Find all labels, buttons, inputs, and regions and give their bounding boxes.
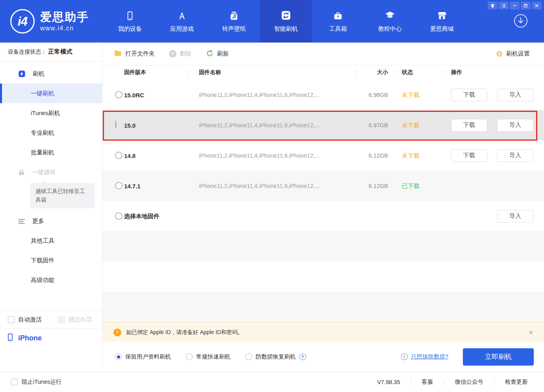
nav-label: 应用游戏: [170, 25, 194, 33]
flash-option-keep-user-data[interactable]: 保留用户资料刷机: [115, 353, 171, 360]
block-itunes-label: 阻止iTunes运行: [22, 378, 61, 386]
menu-icon: [501, 3, 506, 8]
info-icon: !: [401, 353, 408, 360]
checkbox-icon[interactable]: [8, 316, 15, 323]
sidebar-item-other-tools[interactable]: 其他工具: [0, 231, 102, 251]
menu-button[interactable]: [499, 2, 509, 9]
firmware-size: 6.98GB: [353, 92, 388, 98]
sidebar-item-download-firmware[interactable]: 下载固件: [0, 251, 102, 271]
checkbox-label: 跳过向导: [69, 316, 92, 323]
block-itunes-checkbox[interactable]: 阻止iTunes运行: [11, 378, 61, 386]
flash-option-normal-fast[interactable]: 常规快速刷机: [186, 353, 230, 360]
refresh-label: 刷新: [217, 50, 229, 58]
sidebar-item-label: 下载固件: [31, 257, 54, 264]
column-header-firmware-version: 固件版本: [124, 69, 146, 76]
sidebar-item-label: 专业刷机: [31, 129, 54, 137]
sidebar-item-itunes-flash[interactable]: iTunes刷机: [0, 103, 102, 123]
radio-icon[interactable]: [245, 353, 252, 360]
firmware-radio[interactable]: [115, 152, 123, 159]
app-version: V7.98.35: [366, 379, 410, 385]
download-button[interactable]: 下载: [451, 89, 487, 101]
table-row-empty-1: [102, 231, 544, 262]
main-nav: 我的设备应用游戏铃声壁纸智能刷机工具箱教程中心爱思商城: [104, 0, 468, 43]
close-button[interactable]: [532, 2, 542, 9]
radio-icon[interactable]: [186, 353, 193, 360]
nav-toolbox[interactable]: 工具箱: [316, 0, 360, 43]
table-row-14-8[interactable]: 14.8iPhone11,2,iPhone11,4,iPhone11,6,iPh…: [102, 140, 544, 171]
checkbox-icon[interactable]: [11, 379, 18, 385]
table-row-14-7-1[interactable]: 14.7.1iPhone11,2,iPhone11,4,iPhone11,6,i…: [102, 171, 544, 201]
toolbox-icon: [333, 11, 343, 21]
maximize-icon: [523, 3, 528, 8]
import-button[interactable]: 导入: [497, 119, 533, 132]
firmware-name: iPhone11,2,iPhone11,4,iPhone11,6,iPhone1…: [199, 152, 319, 159]
table-row-15-0[interactable]: 15.0iPhone11,2,iPhone11,4,iPhone11,6,iPh…: [102, 110, 544, 140]
firmware-status: 未下载: [402, 121, 420, 129]
firmware-size: 6.97GB: [353, 122, 388, 128]
firmware-radio[interactable]: [115, 121, 117, 129]
firmware-radio[interactable]: [115, 212, 123, 220]
table-header: 固件版本固件名称大小状态操作: [102, 65, 544, 80]
column-separator: [188, 69, 189, 76]
refresh-tile-icon: [280, 10, 291, 21]
statusbar-link-support[interactable]: 客服: [411, 378, 444, 386]
table-row-local[interactable]: 选择本地固件导入: [102, 201, 544, 231]
status-bar-links: V7.98.35客服微信公众号检查更新: [366, 378, 538, 386]
download-manager-button[interactable]: [512, 13, 529, 29]
erase-data-link[interactable]: ! 只想抹除数据?: [401, 353, 448, 360]
download-button[interactable]: 下载: [451, 149, 487, 162]
nav-tutorial-center[interactable]: 教程中心: [368, 0, 412, 43]
flash-settings-label: 刷机设置: [506, 50, 530, 58]
nav-label: 爱思商城: [430, 25, 454, 33]
flash-option-anti-data-recovery[interactable]: 防数据恢复刷机?: [245, 353, 306, 360]
statusbar-link-check-update[interactable]: 检查更新: [494, 378, 538, 386]
sidebar-item-flash-group[interactable]: 刷机: [0, 64, 102, 84]
open-folder-button[interactable]: 打开文件夹: [113, 49, 155, 59]
nav-ringtones-wallpapers[interactable]: 铃声壁纸: [212, 0, 256, 43]
checkbox-label: 自动激活: [18, 316, 42, 323]
firmware-radio[interactable]: [115, 182, 123, 189]
import-button[interactable]: 导入: [497, 89, 533, 101]
maximize-button[interactable]: [521, 2, 531, 9]
refresh-button[interactable]: 刷新: [206, 49, 229, 59]
firmware-radio[interactable]: [115, 91, 123, 98]
import-button[interactable]: 导入: [497, 149, 533, 162]
nav-apps-games[interactable]: 应用游戏: [160, 0, 204, 43]
sidebar-item-label: 一键刷机: [31, 90, 54, 97]
notice-close-icon[interactable]: ×: [529, 329, 533, 336]
import-button[interactable]: 导入: [497, 210, 533, 223]
skin-button[interactable]: [488, 2, 498, 9]
sidebar-item-batch-flash[interactable]: 批量刷机: [0, 143, 102, 162]
radio-icon[interactable]: [115, 353, 122, 360]
app-header: i4 爱思助手 www.i4.cn 我的设备应用游戏铃声壁纸智能刷机工具箱教程中…: [0, 0, 544, 43]
download-button[interactable]: 下载: [451, 119, 487, 132]
app-website: www.i4.cn: [40, 25, 89, 32]
nav-label: 我的设备: [118, 25, 142, 33]
sidebar-menu: 刷机一键刷机iTunes刷机专业刷机批量刷机一键越狱越狱工具已转移至工具箱更多其…: [0, 61, 102, 290]
table-row-empty-2: [102, 262, 544, 292]
statusbar-link-wechat-official[interactable]: 微信公众号: [444, 378, 494, 386]
firmware-toolbar: 打开文件夹 ✕ 删除 刷新 ⚙ 刷机设置: [102, 43, 544, 65]
sidebar-item-pro-flash[interactable]: 专业刷机: [0, 123, 102, 143]
auto-activate-checkbox[interactable]: 自动激活: [8, 316, 42, 323]
flash-now-button[interactable]: 立即刷机: [463, 348, 534, 366]
erase-data-link-text[interactable]: 只想抹除数据?: [411, 353, 448, 360]
flash-settings-button[interactable]: ⚙ 刷机设置: [496, 50, 530, 58]
storefront-icon: [436, 10, 447, 21]
sidebar-item-one-key-flash[interactable]: 一键刷机: [0, 84, 102, 103]
table-row-15-0rc[interactable]: 15.0RCiPhone11,2,iPhone11,4,iPhone11,6,i…: [102, 80, 544, 110]
sidebar-item-advanced-features[interactable]: 高级功能: [0, 271, 102, 290]
nav-my-devices[interactable]: 我的设备: [108, 0, 152, 43]
sidebar-item-more[interactable]: 更多: [0, 212, 102, 231]
nav-smart-flash[interactable]: 智能刷机: [260, 0, 312, 43]
nav-i4-store[interactable]: 爱思商城: [420, 0, 464, 43]
firmware-size: 6.12GB: [353, 183, 388, 189]
flash-phone-icon: [17, 69, 26, 78]
question-icon[interactable]: ?: [299, 353, 306, 360]
minimize-button[interactable]: [510, 2, 520, 9]
more-icon: [17, 217, 26, 226]
flash-option-label: 保留用户资料刷机: [125, 353, 171, 360]
firmware-name: iPhone11,2,iPhone11,4,iPhone11,6,iPhone1…: [199, 122, 319, 128]
device-name: iPhone: [18, 334, 42, 342]
delete-button[interactable]: ✕ 删除: [169, 50, 191, 58]
